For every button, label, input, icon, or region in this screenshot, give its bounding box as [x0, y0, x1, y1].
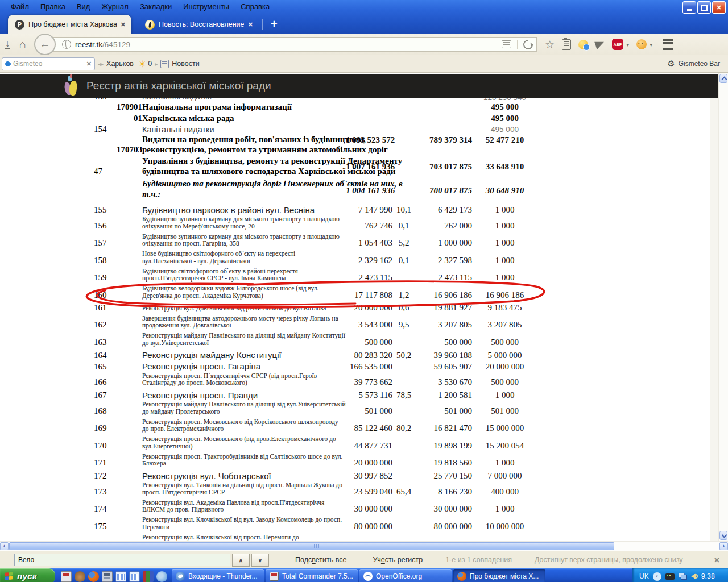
- horizontal-scrollbar[interactable]: ‹ ›: [0, 541, 728, 551]
- menu-tools[interactable]: Инструменты: [178, 1, 234, 12]
- cell-pct: 80,2: [392, 423, 415, 433]
- task-firefox-active[interactable]: Про бюджет міста Х...: [453, 569, 545, 582]
- cat-app-icon[interactable]: [75, 571, 85, 582]
- back-button[interactable]: ←: [34, 34, 56, 55]
- books-icon[interactable]: [143, 571, 154, 582]
- cell-name: Будівництво парковок в районі вул. Весні…: [142, 205, 346, 215]
- taskbar: пуск Входящие - Thunder... Total Command…: [0, 568, 728, 582]
- close-button[interactable]: ✕: [712, 1, 726, 14]
- tab-news[interactable]: Новость: Восстановление в... ✕: [138, 15, 259, 34]
- menu-history[interactable]: Журнал: [96, 1, 133, 12]
- task-buttons: Входящие - Thunder... Total Commander 7.…: [172, 569, 545, 582]
- table-row: 161Реконструкція вул. Довгалівської від …: [0, 302, 710, 313]
- cell-a3: 5 000 000: [472, 351, 537, 360]
- window-chrome: Файл Правка Вид Журнал Закладки Инструме…: [0, 0, 728, 34]
- close-find-icon[interactable]: ✕: [714, 556, 720, 564]
- cell-pct: 78,5: [392, 390, 415, 400]
- tray-chevron-icon[interactable]: ‹: [653, 572, 661, 581]
- menu-hamburger-icon[interactable]: [663, 39, 673, 50]
- calculator-icon[interactable]: [102, 571, 113, 582]
- scroll-up-arrow[interactable]: [719, 74, 727, 83]
- send-page-icon[interactable]: [594, 39, 606, 49]
- find-input[interactable]: Вело: [14, 554, 230, 566]
- volume-tray-icon[interactable]: [691, 573, 696, 579]
- menu-help[interactable]: Справка: [235, 1, 275, 12]
- gear-icon[interactable]: ⚙: [667, 59, 675, 69]
- cell-a3: 495 000: [472, 114, 537, 123]
- language-indicator[interactable]: UK: [639, 572, 649, 580]
- reader-mode-icon[interactable]: [502, 40, 511, 48]
- navigation-toolbar: ↓ ⌂ ← reestr.tk/645129 ☆ ABP▾ ▾: [0, 34, 728, 55]
- window-grid-icon[interactable]: [129, 571, 140, 582]
- city-label[interactable]: Харьков: [106, 60, 134, 68]
- restore-button[interactable]: [697, 1, 711, 14]
- gismeteo-search-input[interactable]: Gismeteo ✕: [2, 57, 95, 70]
- cell-name: Реконструкція вул. Академіка Павлова від…: [142, 499, 346, 514]
- menu-bookmarks[interactable]: Закладки: [135, 1, 177, 12]
- cell-name: Будівництво світлофорного об`єкту в райо…: [142, 268, 346, 283]
- keyboard-tray-icon[interactable]: [665, 573, 675, 580]
- tab-budget[interactable]: P Про бюджет міста Харкова ... ✕: [8, 15, 131, 34]
- task-thunderbird[interactable]: Входящие - Thunder...: [172, 569, 264, 582]
- cell-a3: 1 000: [472, 256, 537, 265]
- windows-logo-icon: [5, 572, 14, 581]
- cell-a2: 19 818 560: [415, 458, 472, 468]
- scrollbar-thumb[interactable]: [9, 542, 614, 550]
- start-button[interactable]: пуск: [0, 568, 55, 582]
- cell-pct: 65,4: [392, 487, 415, 497]
- scroll-right-arrow[interactable]: ›: [719, 542, 728, 550]
- cell-a2: 16 906 186: [415, 290, 472, 300]
- find-next-button[interactable]: ∨: [251, 554, 269, 567]
- cell-a3: 120 290 540: [472, 98, 537, 102]
- cell-a2: 2 327 598: [415, 256, 472, 265]
- cell-name: Будівництво велодоріжки вздовж Білгородс…: [142, 285, 346, 300]
- task-total-commander[interactable]: Total Commander 7.5...: [266, 569, 358, 582]
- firefox-icon[interactable]: [88, 571, 99, 582]
- tab-close-icon[interactable]: ✕: [121, 21, 126, 28]
- cell-num: 157: [94, 238, 115, 248]
- cell-a1: 85 122 460: [346, 423, 392, 433]
- match-case-button[interactable]: Учесть регистр: [373, 556, 423, 564]
- news-label[interactable]: Новости: [172, 60, 199, 68]
- cell-name: Реконструкція вул. Чоботарської: [142, 471, 346, 481]
- vertical-scrollbar[interactable]: [718, 73, 728, 541]
- network-tray-icon[interactable]: [679, 573, 687, 580]
- bookmark-star-icon[interactable]: ☆: [545, 38, 555, 51]
- url-bar[interactable]: reestr.tk/645129: [48, 37, 537, 52]
- window-grid-icon[interactable]: [115, 571, 126, 582]
- menu-file[interactable]: Файл: [6, 1, 34, 12]
- greasemonkey-icon[interactable]: [636, 39, 647, 49]
- cell-a3: 1 000: [472, 205, 537, 215]
- cell-name: Реконструкція вул. Клочківської від вул.…: [142, 516, 346, 531]
- swirl-app-icon[interactable]: [156, 571, 167, 582]
- highlight-all-button[interactable]: Подсветить все: [295, 556, 346, 564]
- cell-a1: 1 054 403: [346, 238, 392, 248]
- table-row: 155Будівництво парковок в районі вул. Ве…: [0, 204, 710, 216]
- chevron-down-icon[interactable]: ▾: [626, 41, 629, 48]
- home-icon[interactable]: ⌂: [19, 38, 26, 51]
- adblock-plus-icon[interactable]: ABP: [612, 39, 623, 50]
- new-tab-button[interactable]: +: [266, 18, 282, 31]
- minimize-button[interactable]: [682, 1, 696, 14]
- table-row: 165Реконструкція просп. Гагаріна166 535 …: [0, 361, 710, 373]
- cell-a1: 2 473 115: [346, 273, 392, 282]
- bookmarks-list-icon[interactable]: [562, 39, 571, 50]
- cell-a2: 16 821 470: [415, 423, 472, 433]
- gismeteo-weather-icon[interactable]: [578, 40, 588, 49]
- downloads-icon[interactable]: ↓: [5, 40, 10, 49]
- scroll-down-arrow[interactable]: [719, 531, 727, 540]
- chevron-down-icon[interactable]: ▾: [650, 41, 652, 48]
- menu-edit[interactable]: Правка: [35, 1, 71, 12]
- cell-a1: 166 535 000: [346, 362, 392, 372]
- find-previous-button[interactable]: ∧: [232, 554, 250, 567]
- cell-name: Реконструкція просп. Тракторобудівників …: [142, 453, 346, 468]
- divider: ◂▸: [98, 61, 104, 67]
- menu-view[interactable]: Вид: [72, 1, 96, 12]
- tab-close-icon[interactable]: ✕: [248, 21, 253, 28]
- total-commander-icon[interactable]: [61, 571, 72, 582]
- scroll-left-arrow[interactable]: ‹: [0, 542, 9, 550]
- reload-icon[interactable]: [522, 38, 535, 51]
- tab-title: Про бюджет міста Харкова ...: [28, 20, 117, 28]
- task-openoffice[interactable]: OpenOffice.org: [359, 569, 452, 582]
- clear-search-icon[interactable]: ✕: [86, 60, 92, 68]
